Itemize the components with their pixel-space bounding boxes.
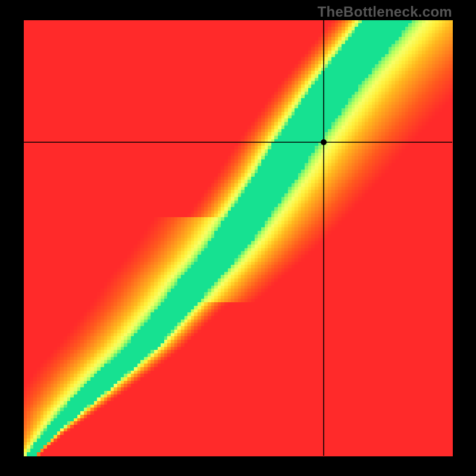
bottleneck-heatmap (0, 0, 476, 476)
watermark: TheBottleneck.com (318, 4, 452, 20)
chart-frame: TheBottleneck.com (0, 0, 476, 476)
